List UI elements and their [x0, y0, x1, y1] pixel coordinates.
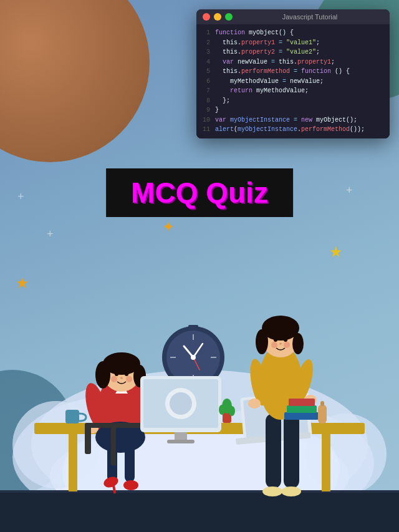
svg-point-71 [279, 343, 282, 345]
close-dot[interactable] [203, 13, 210, 21]
svg-point-68 [292, 333, 304, 354]
code-line-7: 7 return myMethodValue; [201, 86, 385, 96]
mcq-title: MCQ Quiz [131, 177, 268, 209]
plus-deco-1: + [346, 184, 353, 197]
svg-rect-80 [289, 399, 315, 406]
svg-rect-85 [318, 405, 327, 423]
svg-rect-78 [284, 412, 319, 420]
code-line-3: 3 this.property2 = "value2"; [201, 47, 385, 57]
code-line-11: 11 alert(myObjectInstance.performMethod(… [201, 125, 385, 135]
svg-point-30 [115, 372, 118, 376]
svg-rect-53 [167, 440, 195, 443]
svg-rect-52 [175, 432, 187, 441]
svg-rect-12 [322, 434, 330, 491]
code-line-6: 6 myMethodValue = newValue; [201, 77, 385, 87]
minimize-dot[interactable] [214, 13, 221, 21]
illustration-svg [0, 208, 399, 532]
svg-rect-9 [0, 490, 399, 493]
code-line-9: 9 } [201, 105, 385, 115]
code-line-8: 8 }; [201, 96, 385, 106]
code-line-1: 1 function myObject() { [201, 28, 385, 38]
svg-point-84 [229, 406, 235, 416]
code-editor-window: Javascript Tutorial 1 function myObject(… [196, 9, 390, 138]
svg-point-63 [281, 486, 301, 496]
svg-point-69 [274, 338, 277, 342]
svg-point-72 [271, 342, 277, 348]
mcq-banner: MCQ Quiz [106, 168, 293, 217]
svg-rect-86 [320, 401, 324, 406]
svg-point-28 [95, 361, 110, 389]
svg-point-31 [125, 372, 128, 376]
svg-point-67 [256, 329, 268, 354]
svg-point-43 [123, 480, 138, 490]
svg-point-76 [248, 399, 261, 409]
window-title: Javascript Tutorial [282, 13, 338, 21]
svg-point-33 [111, 376, 117, 382]
svg-rect-48 [85, 423, 91, 454]
svg-rect-11 [69, 434, 77, 491]
svg-rect-60 [266, 414, 281, 488]
svg-rect-79 [287, 405, 317, 413]
svg-rect-46 [111, 428, 116, 465]
svg-point-55 [170, 392, 192, 415]
svg-point-73 [284, 342, 290, 348]
svg-rect-49 [65, 410, 79, 423]
svg-point-22 [191, 355, 196, 360]
svg-point-34 [126, 376, 132, 382]
code-content: 1 function myObject() { 2 this.property1… [196, 24, 390, 138]
svg-rect-41 [125, 445, 135, 482]
svg-rect-61 [284, 414, 299, 488]
code-line-5: 5 this.performMethod = function () { [201, 67, 385, 77]
svg-rect-8 [0, 491, 399, 532]
svg-point-62 [262, 486, 282, 496]
svg-point-32 [120, 377, 123, 379]
code-line-10: 10 var myObjectInstance = new myObject()… [201, 115, 385, 125]
maximize-dot[interactable] [225, 13, 233, 21]
plus-deco-2: + [17, 190, 24, 203]
titlebar: Javascript Tutorial [196, 9, 390, 24]
svg-point-70 [284, 338, 287, 342]
svg-rect-23 [188, 325, 198, 330]
code-line-4: 4 var newValue = this.property1; [201, 57, 385, 67]
code-line-2: 2 this.property1 = "value1"; [201, 38, 385, 48]
svg-point-83 [219, 405, 225, 415]
